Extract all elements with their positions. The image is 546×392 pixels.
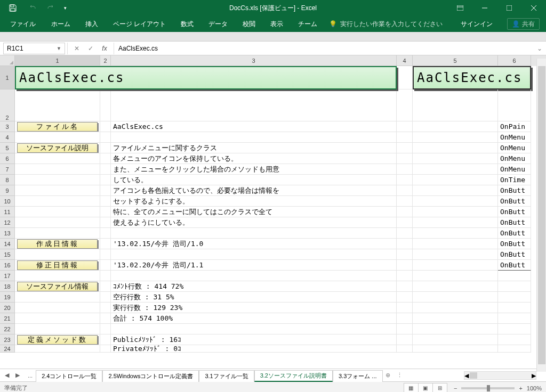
cell[interactable] — [413, 153, 498, 164]
cell[interactable] — [397, 132, 413, 143]
sheet-tab-active[interactable]: 3.2ソースファイル説明書 — [254, 370, 333, 382]
cell[interactable] — [413, 249, 498, 260]
add-sheet-icon[interactable]: ⊕ — [383, 372, 394, 379]
scroll-left-icon[interactable]: ◀ — [464, 372, 469, 379]
cell[interactable] — [397, 345, 413, 353]
cell[interactable] — [397, 324, 413, 334]
tab-home[interactable]: ホーム — [44, 16, 78, 32]
cell[interactable] — [397, 207, 413, 217]
cell[interactable] — [397, 217, 413, 228]
cell[interactable] — [397, 164, 413, 175]
col-header-1[interactable]: 1 — [15, 55, 100, 66]
cell[interactable] — [111, 324, 397, 334]
cell[interactable]: OnMenu — [498, 143, 531, 153]
tab-file[interactable]: ファイル — [2, 16, 44, 32]
row-header[interactable]: 10 — [0, 196, 15, 207]
cell-label[interactable]: ソースファイル情報 — [15, 281, 100, 292]
cell-value[interactable]: している。 — [111, 175, 397, 185]
cell[interactable] — [413, 334, 498, 345]
zoom-in-icon[interactable]: + — [519, 385, 522, 391]
cell[interactable] — [15, 249, 100, 260]
expand-formula-icon[interactable]: ⌄ — [533, 45, 546, 52]
cell[interactable]: OnButt — [498, 249, 531, 260]
zoom-thumb[interactable] — [487, 385, 490, 391]
cell[interactable] — [100, 239, 111, 249]
cell-value[interactable]: 使えるようにしている。 — [111, 217, 397, 228]
tab-data[interactable]: データ — [201, 16, 235, 32]
close-icon[interactable] — [521, 0, 546, 16]
cell[interactable] — [15, 185, 100, 196]
cell[interactable] — [413, 217, 498, 228]
cell[interactable] — [413, 132, 498, 143]
fx-icon[interactable]: fx — [98, 43, 111, 54]
cell[interactable] — [111, 271, 397, 281]
cell-value[interactable]: 各メニューのアイコンを保持している。 — [111, 153, 397, 164]
cell[interactable]: OnButt — [498, 207, 531, 217]
cell[interactable] — [397, 66, 413, 89]
scroll-thumb[interactable] — [470, 372, 477, 379]
cell[interactable] — [413, 303, 498, 313]
cell[interactable] — [100, 121, 111, 132]
cell[interactable] — [397, 121, 413, 132]
undo-icon[interactable] — [22, 1, 42, 15]
cell[interactable] — [413, 207, 498, 217]
cell-value[interactable]: また、メニューをクリックした場合のメソッドも用意 — [111, 164, 397, 175]
cell[interactable] — [100, 260, 111, 271]
cell[interactable] — [100, 334, 111, 345]
row-header[interactable]: 12 — [0, 217, 15, 228]
tab-insert[interactable]: 挿入 — [78, 16, 106, 32]
cell[interactable] — [413, 196, 498, 207]
cell[interactable]: OnPain — [498, 121, 531, 132]
cell[interactable]: OnMenu — [498, 132, 531, 143]
cell[interactable] — [15, 196, 100, 207]
cell-label[interactable]: 定義メソッド数 — [15, 334, 100, 345]
tell-me[interactable]: 💡 実行したい作業を入力してください — [329, 20, 443, 29]
cell[interactable] — [397, 185, 413, 196]
cell[interactable] — [111, 249, 397, 260]
cell[interactable] — [100, 153, 111, 164]
select-all[interactable] — [0, 55, 15, 66]
cell[interactable] — [413, 271, 498, 281]
cell[interactable] — [413, 281, 498, 292]
row-header[interactable]: 4 — [0, 132, 15, 143]
cell[interactable] — [498, 334, 531, 345]
cell[interactable] — [397, 334, 413, 345]
cell[interactable] — [413, 292, 498, 303]
tab-prev-icon[interactable]: ◀ — [2, 372, 12, 379]
cell[interactable] — [100, 132, 111, 143]
row-header[interactable]: 22 — [0, 324, 15, 334]
cell[interactable] — [413, 121, 498, 132]
cell[interactable] — [100, 207, 111, 217]
cell-value[interactable]: 特に、全てのメニューに関してはこのクラスで全て — [111, 207, 397, 217]
cell[interactable] — [397, 175, 413, 185]
cell[interactable] — [100, 228, 111, 239]
cell[interactable] — [498, 89, 531, 121]
cell[interactable] — [15, 217, 100, 228]
cell[interactable] — [397, 260, 413, 271]
cell[interactable] — [397, 303, 413, 313]
pagelayout-view-icon[interactable]: ▣ — [418, 383, 433, 393]
row-header[interactable]: 8 — [0, 175, 15, 185]
tab-pagelayout[interactable]: ページ レイアウト — [106, 16, 173, 32]
cell[interactable] — [413, 89, 498, 121]
cell[interactable] — [100, 89, 111, 121]
cell[interactable]: OnButt — [498, 260, 531, 271]
cell[interactable] — [397, 249, 413, 260]
cell[interactable] — [15, 164, 100, 175]
formula-input[interactable]: AaClsExec.cs — [114, 43, 533, 54]
row-header[interactable]: 7 — [0, 164, 15, 175]
col-header-5[interactable]: 5 — [413, 55, 498, 66]
cell-value[interactable]: 合計 : 574 100% — [111, 313, 397, 324]
cell[interactable] — [498, 313, 531, 324]
tab-formulas[interactable]: 数式 — [173, 16, 201, 32]
cell[interactable] — [15, 303, 100, 313]
cell[interactable]: OnMenu — [498, 153, 531, 164]
row-header[interactable]: 17 — [0, 271, 15, 281]
cell-label[interactable]: 修正日情報 — [15, 260, 100, 271]
cell[interactable] — [111, 132, 397, 143]
cell[interactable] — [100, 185, 111, 196]
cell-value[interactable]: AaClsExec.cs — [111, 121, 397, 132]
tab-next-icon[interactable]: ▶ — [13, 372, 22, 379]
cell[interactable] — [498, 292, 531, 303]
tab-team[interactable]: チーム — [291, 16, 325, 32]
